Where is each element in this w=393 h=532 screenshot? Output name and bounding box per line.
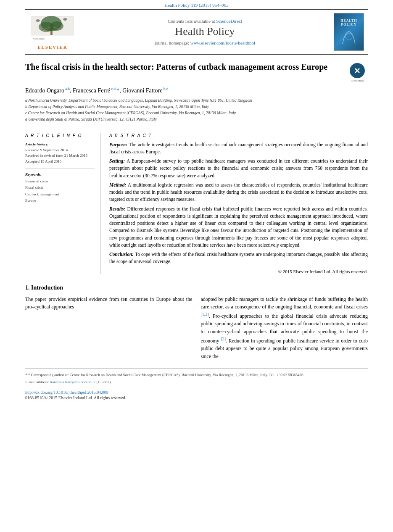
crossmark-badge[interactable]: CrossMark bbox=[347, 63, 368, 82]
results-text: Differentiated responses to the fiscal c… bbox=[109, 206, 368, 248]
intro-col-right: adopted by public managers to tackle the… bbox=[201, 295, 368, 361]
abstract-results: Results: Differentiated responses to the… bbox=[109, 205, 368, 249]
abstract-purpose: Purpose: The article investigates trends… bbox=[109, 141, 368, 156]
introduction-section: 1. Introduction The paper provides empir… bbox=[25, 284, 368, 361]
article-history-label: Article history: bbox=[25, 142, 95, 146]
journal-homepage-link[interactable]: www.elsevier.com/locate/healthpol bbox=[190, 40, 255, 45]
crossmark-icon bbox=[350, 63, 365, 78]
conclusion-text: To cope with the effects of the fiscal c… bbox=[109, 252, 368, 264]
journal-citation: Health Policy 119 (2015) 954–963 bbox=[0, 0, 393, 9]
intro-paragraph-left: The paper provides empirical evidence fr… bbox=[25, 295, 193, 311]
journal-header: Non solus ELSEVIER Contents lists availa… bbox=[25, 9, 368, 55]
abstract-text: Purpose: The article investigates trends… bbox=[109, 141, 368, 266]
journal-info: Contents lists available at ScienceDirec… bbox=[80, 18, 330, 45]
contents-text: Contents lists available at bbox=[168, 18, 216, 24]
setting-label: Setting: bbox=[109, 158, 125, 163]
keywords-list: Financial crisis Fiscal crisis Cut back … bbox=[25, 178, 95, 204]
method-text: A multinomial logistic regression was us… bbox=[109, 182, 368, 202]
footnote-star: * * Corresponding author at: Centre for … bbox=[25, 372, 368, 378]
copyright-text: © 2015 Elsevier Ireland Ltd. All rights … bbox=[109, 269, 368, 274]
intro-columns: The paper provides empirical evidence fr… bbox=[25, 295, 368, 361]
bottom-links: http://dx.doi.org/10.1016/j.healthpol.20… bbox=[25, 390, 368, 400]
footnote-email: E-mail address: francesca.ferre@unibocco… bbox=[25, 379, 368, 385]
cover-text-line2: POLICY bbox=[341, 23, 356, 26]
keywords-label: Keywords: bbox=[25, 172, 95, 176]
crossmark-label: CrossMark bbox=[351, 79, 364, 82]
abstract-conclusion: Conclusion: To cope with the effects of … bbox=[109, 251, 368, 266]
homepage-prefix: journal homepage: bbox=[155, 40, 190, 45]
author2-affil: c,d, bbox=[110, 87, 116, 91]
paper-content: The fiscal crisis in the health sector: … bbox=[25, 61, 368, 400]
author2-name: Francesca Ferré bbox=[73, 87, 110, 94]
author1-name: Edoardo Ongaro bbox=[25, 87, 64, 94]
svg-point-10 bbox=[346, 33, 352, 40]
method-label: Method: bbox=[109, 182, 126, 187]
affiliation-b: b Department of Policy Analysis and Publ… bbox=[25, 104, 368, 110]
publisher-logo: Non solus ELSEVIER bbox=[25, 14, 80, 50]
article-info-heading: A R T I C L E I N F O bbox=[25, 133, 95, 138]
article-dates: Received 9 September 2014 Received in re… bbox=[25, 147, 95, 165]
svg-point-8 bbox=[63, 18, 67, 21]
received-date: Received 9 September 2014 bbox=[25, 147, 95, 153]
svg-point-4 bbox=[50, 21, 63, 31]
corresponding-star: * bbox=[116, 87, 119, 94]
email-link[interactable]: francesca.ferre@unibocconi.it bbox=[50, 380, 95, 384]
footnote-star-text: * Corresponding author at: Centre for Re… bbox=[28, 373, 304, 377]
affiliation-a: a Northumbria University, Department of … bbox=[25, 97, 368, 103]
intro-paragraph-right: adopted by public managers to tackle the… bbox=[201, 295, 368, 361]
star-symbol: * bbox=[25, 373, 28, 377]
journal-cover-image: HEALTH POLICY bbox=[330, 13, 368, 51]
author1-affil: a,b bbox=[64, 87, 70, 91]
section-divider bbox=[25, 280, 368, 280]
author3-affil: b,c bbox=[162, 87, 168, 91]
abstract-method: Method: A multinomial logistic regressio… bbox=[109, 182, 368, 203]
keyword-2: Fiscal crisis bbox=[25, 184, 95, 191]
purpose-label: Purpose: bbox=[109, 142, 127, 147]
revised-date: Received in revised form 21 March 2015 bbox=[25, 153, 95, 159]
setting-text: A European-wide survey to top public hea… bbox=[109, 158, 368, 178]
section-name: Introduction bbox=[31, 284, 63, 291]
ref-3[interactable]: [3] bbox=[221, 337, 226, 341]
article-info-column: A R T I C L E I N F O Article history: R… bbox=[25, 133, 101, 274]
doi-link[interactable]: http://dx.doi.org/10.1016/j.healthpol.20… bbox=[25, 390, 368, 395]
cover-text-line1: HEALTH bbox=[340, 19, 357, 23]
abstract-column: A B S T R A C T Purpose: The article inv… bbox=[109, 133, 368, 274]
purpose-text: The article investigates trends in healt… bbox=[109, 142, 368, 154]
results-label: Results: bbox=[109, 206, 125, 211]
keyword-3: Cut back management bbox=[25, 191, 95, 198]
email-suffix: (F. Ferré). bbox=[96, 380, 111, 384]
article-info-abstract: A R T I C L E I N F O Article history: R… bbox=[25, 128, 368, 274]
keyword-4: Europe bbox=[25, 198, 95, 204]
sciencedirect-link[interactable]: ScienceDirect bbox=[216, 18, 242, 24]
cover-thumbnail: HEALTH POLICY bbox=[334, 13, 364, 51]
conclusion-label: Conclusion: bbox=[109, 252, 134, 257]
title-section: The fiscal crisis in the health sector: … bbox=[25, 61, 368, 82]
issn-text: 0168-8510/© 2015 Elsevier Ireland Ltd. A… bbox=[25, 395, 126, 400]
info-divider bbox=[25, 169, 95, 169]
accepted-date: Accepted 15 April 2015 bbox=[25, 159, 95, 165]
section-number: 1. bbox=[25, 284, 30, 291]
abstract-setting: Setting: A European-wide survey to top p… bbox=[109, 158, 368, 179]
journal-homepage-line: journal homepage: www.elsevier.com/locat… bbox=[80, 40, 330, 45]
affiliation-c: c Centre for Research on Health and Soci… bbox=[25, 110, 368, 116]
abstract-heading: A B S T R A C T bbox=[109, 133, 368, 138]
authors-line: Edoardo Ongaro a,b, Francesca Ferré c,d,… bbox=[25, 87, 368, 94]
affiliations: a Northumbria University, Department of … bbox=[25, 97, 368, 123]
author3-name: Giovanni Fattore bbox=[122, 87, 162, 94]
email-label: E-mail address: bbox=[25, 380, 49, 384]
journal-title: Health Policy bbox=[80, 25, 330, 38]
svg-point-7 bbox=[36, 19, 40, 22]
footnotes: * * Corresponding author at: Centre for … bbox=[25, 369, 368, 385]
svg-text:Non solus: Non solus bbox=[32, 37, 45, 40]
ref-1-2[interactable]: [1,2] bbox=[201, 312, 209, 316]
keyword-1: Financial crisis bbox=[25, 178, 95, 184]
paper-title: The fiscal crisis in the health sector: … bbox=[25, 61, 343, 72]
elsevier-logo: Non solus bbox=[29, 14, 76, 44]
intro-col-left: The paper provides empirical evidence fr… bbox=[25, 295, 193, 361]
elsevier-label: ELSEVIER bbox=[37, 45, 68, 50]
contents-availability: Contents lists available at ScienceDirec… bbox=[80, 18, 330, 24]
citation-text: Health Policy 119 (2015) 954–963 bbox=[164, 3, 228, 8]
affiliation-d: d Università degli Studi di Parma, Strad… bbox=[25, 116, 368, 122]
section-1-title: 1. Introduction bbox=[25, 284, 368, 291]
